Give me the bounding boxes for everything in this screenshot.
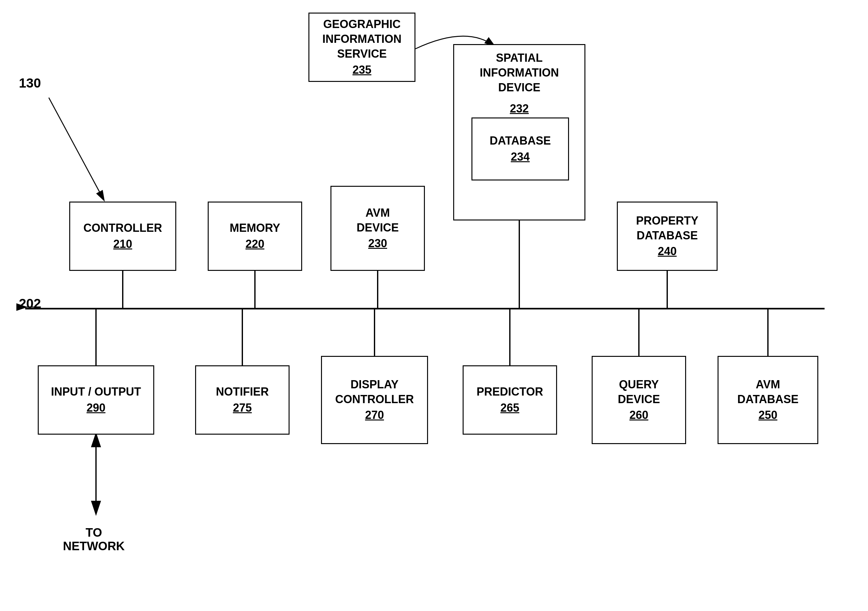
input-output-number: 290	[87, 401, 105, 415]
network-label: TONETWORK	[63, 526, 125, 553]
memory-box: MEMORY 220	[208, 202, 302, 271]
display-controller-box: DISPLAYCONTROLLER 270	[321, 356, 428, 444]
gis-box: GEOGRAPHICINFORMATIONSERVICE 235	[308, 12, 415, 82]
predictor-number: 265	[501, 401, 519, 415]
display-controller-number: 270	[365, 408, 384, 423]
controller-label: CONTROLLER	[84, 221, 162, 236]
gis-label: GEOGRAPHICINFORMATIONSERVICE	[322, 17, 401, 61]
avm-device-number: 230	[368, 236, 387, 251]
property-db-box: PROPERTYDATABASE 240	[617, 202, 718, 271]
query-device-box: QUERYDEVICE 260	[592, 356, 686, 444]
database-label: DATABASE	[490, 134, 551, 148]
memory-number: 220	[245, 237, 264, 252]
property-db-number: 240	[658, 244, 677, 259]
svg-line-2	[49, 98, 104, 200]
avm-database-number: 250	[758, 408, 777, 423]
query-device-label: QUERYDEVICE	[618, 377, 660, 407]
ref-130: 130	[19, 76, 41, 91]
notifier-label: NOTIFIER	[216, 384, 269, 400]
notifier-box: NOTIFIER 275	[195, 365, 290, 435]
diagram: 130 202 GEOGRAPHICINFORMATIONSERVICE 235…	[0, 0, 868, 611]
database-number: 234	[511, 149, 530, 165]
property-db-label: PROPERTYDATABASE	[636, 213, 698, 243]
input-output-label: INPUT / OUTPUT	[51, 384, 141, 400]
controller-box: CONTROLLER 210	[69, 202, 176, 271]
predictor-box: PREDICTOR 265	[463, 365, 557, 435]
query-device-number: 260	[629, 408, 648, 423]
display-controller-label: DISPLAYCONTROLLER	[335, 377, 414, 407]
sid-box: SPATIALINFORMATIONDEVICE 232 DATABASE 23…	[453, 44, 585, 221]
notifier-number: 275	[233, 401, 252, 415]
ref-202: 202	[19, 296, 41, 311]
avm-database-box: AVMDATABASE 250	[718, 356, 818, 444]
avm-database-label: AVMDATABASE	[738, 377, 799, 407]
avm-device-label: AVMDEVICE	[356, 206, 399, 235]
predictor-label: PREDICTOR	[476, 384, 543, 400]
network-text: TONETWORK	[63, 526, 125, 553]
input-output-box: INPUT / OUTPUT 290	[38, 365, 154, 435]
database-box: DATABASE 234	[471, 118, 569, 180]
gis-number: 235	[352, 63, 371, 78]
controller-number: 210	[113, 237, 132, 252]
connections-svg	[0, 0, 868, 611]
memory-label: MEMORY	[230, 221, 281, 236]
sid-number: 232	[510, 101, 529, 116]
sid-label: SPATIALINFORMATIONDEVICE	[454, 51, 584, 95]
avm-device-box: AVMDEVICE 230	[330, 186, 425, 271]
